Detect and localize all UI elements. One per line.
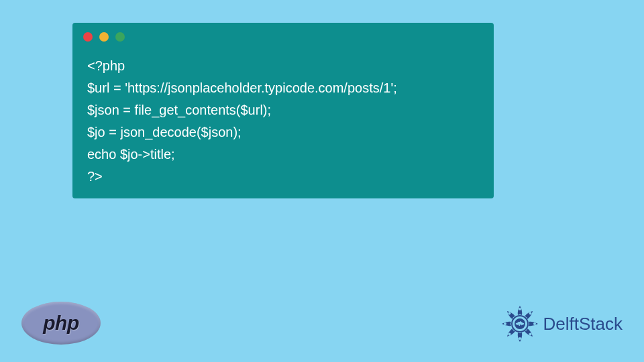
code-line: $url = 'https://jsonplaceholder.typicode… xyxy=(87,77,479,99)
delftstack-logo-text: DelftStack xyxy=(543,314,623,335)
php-logo: php xyxy=(21,302,101,345)
code-line: $jo = json_decode($json); xyxy=(87,121,479,143)
code-line: ?> xyxy=(87,166,479,188)
delftstack-logo: </> DelftStack xyxy=(500,304,623,343)
code-line: $json = file_get_contents($url); xyxy=(87,99,479,121)
code-body: <?php $url = 'https://jsonplaceholder.ty… xyxy=(87,55,479,188)
delftstack-gear-icon: </> xyxy=(500,304,539,343)
window-controls xyxy=(83,32,125,42)
php-logo-text: php xyxy=(43,312,78,335)
code-line: echo $jo->title; xyxy=(87,143,479,166)
minimize-icon xyxy=(99,32,109,42)
php-ellipse-icon: php xyxy=(21,302,101,345)
svg-text:</>: </> xyxy=(515,320,524,327)
maximize-icon xyxy=(115,32,125,42)
close-icon xyxy=(83,32,93,42)
code-line: <?php xyxy=(87,55,479,77)
svg-point-2 xyxy=(519,308,521,310)
code-window: <?php $url = 'https://jsonplaceholder.ty… xyxy=(72,23,494,198)
